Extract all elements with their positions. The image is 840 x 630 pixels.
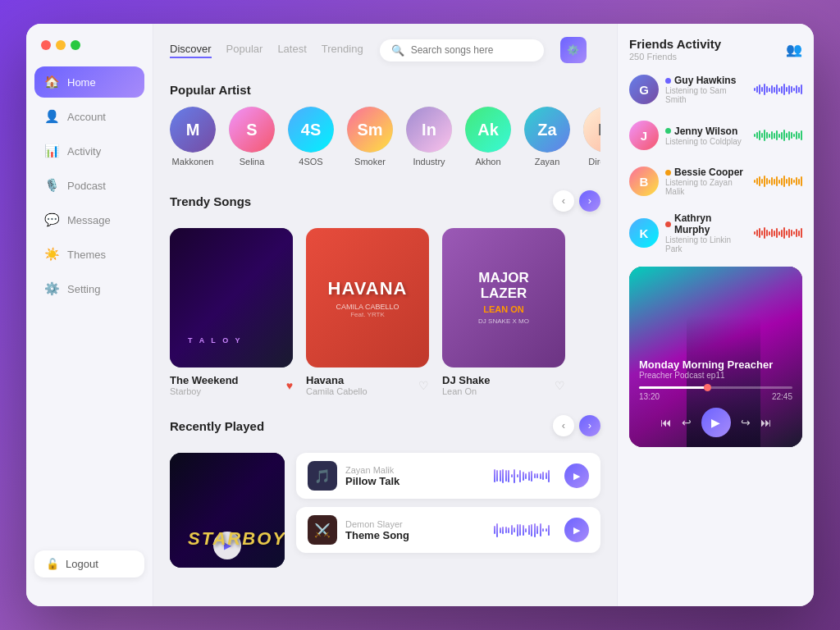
sidebar-item-label: Message <box>67 214 111 226</box>
friend-waveform <box>754 130 802 141</box>
np-title: Monday Morning Preacher <box>639 358 792 371</box>
artist-item[interactable]: 4S 4SOS <box>288 107 334 167</box>
tab-latest[interactable]: Latest <box>277 43 306 58</box>
filter-button[interactable]: ⚙️ <box>560 37 587 63</box>
np-play-button[interactable]: ▶ <box>701 408 731 437</box>
nav-arrows-recently: ‹ › <box>553 415 600 436</box>
friend-avatar: K <box>629 218 659 248</box>
recently-big-cover[interactable]: STARBOY ▶ <box>170 453 285 568</box>
header: Discover Popular Latest Trending 🔍 ⚙️ <box>153 24 617 71</box>
tab-discover[interactable]: Discover <box>170 43 212 58</box>
friend-item-jenny[interactable]: J Jenny Wilson Listening to Coldplay <box>629 117 802 153</box>
artist-item[interactable]: Sm Smoker <box>347 107 393 167</box>
heart-icon[interactable]: ♡ <box>418 379 429 392</box>
track-item-pillowtalk[interactable]: 🎵 Zayan Malik Pillow Talk ▶ <box>296 453 600 499</box>
prev-recently[interactable]: ‹ <box>553 415 574 436</box>
song-title: The Weekend <box>170 374 239 386</box>
sidebar-item-account[interactable]: 👤 Account <box>34 101 144 132</box>
friend-item-guy[interactable]: G Guy Hawkins Listening to Sam Smith <box>629 71 802 107</box>
play-button-themesong[interactable]: ▶ <box>564 518 589 542</box>
prev-arrow[interactable]: ‹ <box>553 190 574 212</box>
skip-back-button[interactable]: ⏮ <box>660 416 672 429</box>
friend-avatar: G <box>629 75 659 104</box>
minimize-button[interactable] <box>56 40 66 50</box>
logout-button[interactable]: 🔓 Logout <box>34 550 144 578</box>
activity-icon: 📊 <box>44 144 59 158</box>
artist-item[interactable]: In Industry <box>406 107 452 167</box>
friend-name: Jenny Wilson <box>665 126 747 137</box>
tab-trending[interactable]: Trending <box>322 43 363 58</box>
np-times: 13:20 22:45 <box>639 392 792 401</box>
home-icon: 🏠 <box>44 75 59 89</box>
nav-tabs: Discover Popular Latest Trending <box>170 43 363 58</box>
friend-status: Listening to Zayan Malik <box>665 178 747 196</box>
search-bar: 🔍 <box>380 39 544 62</box>
song-cover-weekend: T A L O Y <box>170 228 293 368</box>
track-info: Zayan Malik Pillow Talk <box>345 465 479 487</box>
podcast-icon: 🎙️ <box>44 178 59 193</box>
sidebar-item-themes[interactable]: ☀️ Themes <box>34 239 144 270</box>
sidebar-item-home[interactable]: 🏠 Home <box>34 66 144 98</box>
track-artist: Zayan Malik <box>345 465 479 475</box>
trendy-songs-section: Trendy Songs ‹ › T A L O Y <box>170 183 600 396</box>
main-scroll: Popular Artist M Makkonen S Selina <box>153 71 617 606</box>
online-dot <box>665 128 671 134</box>
artists-row: M Makkonen S Selina 4S 4SOS <box>170 107 600 171</box>
setting-icon: ⚙️ <box>44 281 59 296</box>
friend-item-kathryn[interactable]: K Kathryn Murphy Listening to Linkin Par… <box>629 209 802 257</box>
friend-name: Bessie Cooper <box>665 167 747 178</box>
sidebar-item-label: Podcast <box>67 180 106 192</box>
sidebar-item-label: Activity <box>67 145 101 158</box>
song-artist: Starboy <box>170 386 239 396</box>
np-progress-bar[interactable] <box>639 386 792 389</box>
track-item-themesong[interactable]: ⚔️ Demon Slayer Theme Song ▶ <box>296 507 600 553</box>
song-cover-havana: HAVANA CAMILA CABELLO Feat. YRTK <box>306 228 429 368</box>
artist-item[interactable]: M Makkonen <box>170 107 216 167</box>
artist-avatar: S <box>229 107 275 153</box>
np-progress-fill <box>639 386 708 389</box>
np-current-time: 13:20 <box>639 392 660 401</box>
song-card-weekend[interactable]: T A L O Y The Weekend Starboy ♥ <box>170 228 293 396</box>
friend-avatar: J <box>629 121 659 150</box>
friend-item-bessie[interactable]: B Bessie Cooper Listening to Zayan Malik <box>629 163 802 199</box>
artist-name: Akhon <box>475 157 500 167</box>
popular-artist-title: Popular Artist <box>170 83 600 97</box>
artist-avatar: In <box>406 107 452 153</box>
sidebar-item-activity[interactable]: 📊 Activity <box>34 135 144 167</box>
heart-icon[interactable]: ♥ <box>286 379 293 392</box>
waveform <box>494 523 550 537</box>
nav-items: 🏠 Home 👤 Account 📊 Activity 🎙️ Podcast 💬… <box>26 66 153 550</box>
friend-status: Listening to Linkin Park <box>665 235 747 253</box>
artist-avatar: Sm <box>347 107 393 153</box>
friend-status: Listening to Coldplay <box>665 137 747 146</box>
artist-item[interactable]: Ak Akhon <box>465 107 511 167</box>
song-card-djshake[interactable]: MAJORLAZER LEAN ON DJ SNAKE X MO DJ Shak… <box>442 228 565 396</box>
skip-forward-button[interactable]: ⏭ <box>760 416 772 429</box>
sidebar-item-podcast[interactable]: 🎙️ Podcast <box>34 170 144 201</box>
close-button[interactable] <box>41 40 51 50</box>
artist-avatar: M <box>170 107 216 153</box>
sidebar-item-setting[interactable]: ⚙️ Setting <box>34 273 144 304</box>
artist-item[interactable]: Za Zayan <box>524 107 570 167</box>
search-input[interactable] <box>411 44 532 56</box>
next-recently[interactable]: › <box>579 415 600 436</box>
artist-item[interactable]: S Selina <box>229 107 275 167</box>
artist-item[interactable]: Di Direction <box>583 107 600 167</box>
play-button-pillowtalk[interactable]: ▶ <box>564 463 589 488</box>
sidebar-item-label: Home <box>67 76 96 89</box>
song-artist: Camila Cabello <box>306 386 368 396</box>
songs-grid: T A L O Y The Weekend Starboy ♥ <box>170 228 600 396</box>
friends-title: Friends Activity <box>629 37 721 51</box>
np-total-time: 22:45 <box>772 392 792 401</box>
song-card-havana[interactable]: HAVANA CAMILA CABELLO Feat. YRTK Havana … <box>306 228 429 396</box>
forward-button[interactable]: ↪ <box>741 416 751 429</box>
friends-header: Friends Activity 250 Friends 👥 <box>629 37 802 62</box>
heart-icon[interactable]: ♡ <box>555 379 565 392</box>
maximize-button[interactable] <box>71 40 80 50</box>
tab-popular[interactable]: Popular <box>226 43 263 58</box>
np-subtitle: Preacher Podcast ep11 <box>639 371 792 380</box>
rewind-button[interactable]: ↩ <box>682 416 692 429</box>
sidebar-item-message[interactable]: 💬 Message <box>34 204 144 235</box>
next-arrow[interactable]: › <box>579 190 600 212</box>
artist-name: Makkonen <box>172 157 214 167</box>
